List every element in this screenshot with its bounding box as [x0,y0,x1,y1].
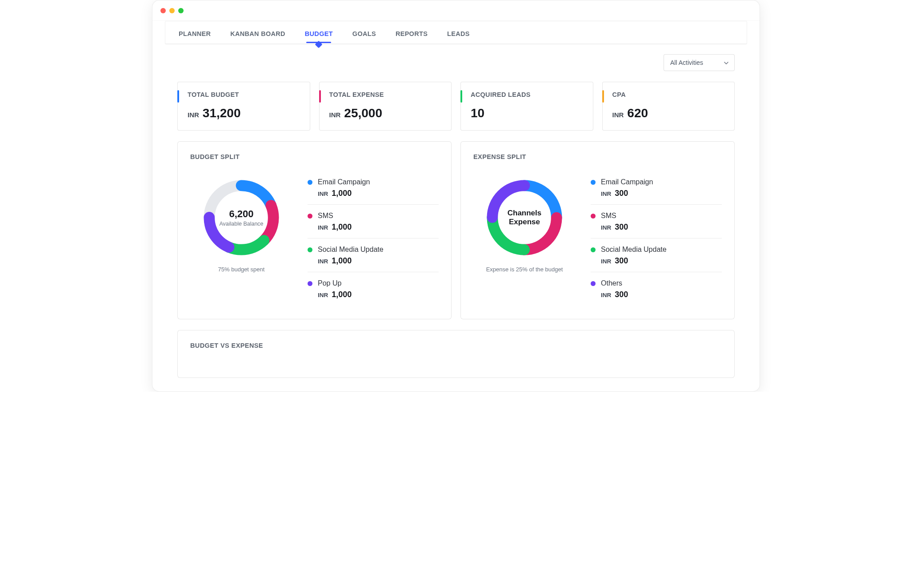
legend-value: 300 [615,222,628,232]
legend-value: 1,000 [332,189,352,198]
window-maximize-icon[interactable] [178,8,184,13]
legend-currency: INR [601,292,611,298]
legend-item: Social Media UpdateINR1,000 [308,243,439,272]
tabs-separator [165,44,747,44]
budget-split-center-label: Available Balance [219,221,263,227]
kpi-card-acquired-leads: ACQUIRED LEADS10 [460,82,593,131]
legend-swatch-icon [308,281,312,286]
kpi-value: INR25,000 [329,106,442,120]
expense-split-title: EXPENSE SPLIT [473,153,722,160]
kpi-row: TOTAL BUDGETINR31,200TOTAL EXPENSEINR25,… [177,82,735,131]
budget-vs-expense-title: BUDGET VS EXPENSE [190,342,722,349]
window-titlebar [152,0,760,21]
legend-swatch-icon [591,247,596,252]
budget-split-title: BUDGET SPLIT [190,153,439,160]
kpi-title: TOTAL BUDGET [188,91,300,98]
tab-content: All Activities TOTAL BUDGETINR31,200TOTA… [152,44,760,378]
legend-swatch-icon [591,180,596,185]
tab-leads[interactable]: LEADS [447,30,470,37]
legend-swatch-icon [308,180,312,185]
legend-currency: INR [601,191,611,197]
legend-name: Email Campaign [318,178,370,186]
legend-item: SMSINR300 [591,209,722,238]
kpi-currency: INR [188,111,199,119]
expense-split-donut: Channels Expense [482,175,567,260]
legend-swatch-icon [591,281,596,286]
expense-split-center-line1: Channels [508,209,542,218]
legend-currency: INR [601,224,611,231]
tab-planner[interactable]: PLANNER [179,30,211,37]
app-window: PLANNERKANBAN BOARDBUDGETGOALSREPORTSLEA… [152,0,760,392]
legend-swatch-icon [591,214,596,219]
kpi-title: CPA [612,91,725,98]
legend-name: Social Media Update [318,246,384,254]
legend-value: 300 [615,256,628,266]
legend-swatch-icon [308,247,312,252]
kpi-number: 620 [627,106,648,120]
kpi-currency: INR [329,111,341,119]
kpi-title: TOTAL EXPENSE [329,91,442,98]
window-minimize-icon[interactable] [169,8,175,13]
tabs: PLANNERKANBAN BOARDBUDGETGOALSREPORTSLEA… [165,21,747,44]
legend-name: Pop Up [318,279,341,287]
kpi-card-total-expense: TOTAL EXPENSEINR25,000 [319,82,452,131]
kpi-value: INR31,200 [188,106,300,120]
budget-split-center-value: 6,200 [229,208,253,220]
legend-name: Social Media Update [601,246,667,254]
budget-vs-expense-panel: BUDGET VS EXPENSE [177,330,735,378]
kpi-value: INR620 [612,106,725,120]
expense-split-chart-column: Channels Expense Expense is 25% of the b… [473,175,576,273]
legend-value: 300 [615,290,628,299]
legend-name: SMS [601,212,616,220]
kpi-card-total-budget: TOTAL BUDGETINR31,200 [177,82,310,131]
tab-goals[interactable]: GOALS [352,30,376,37]
tab-kanban-board[interactable]: KANBAN BOARD [230,30,285,37]
kpi-title: ACQUIRED LEADS [471,91,583,98]
kpi-value: 10 [471,106,583,120]
legend-currency: INR [318,224,328,231]
legend-name: Email Campaign [601,178,653,186]
budget-split-donut: 6,200 Available Balance [199,175,284,260]
budget-split-panel: BUDGET SPLIT 6,200 Available Balance 75%… [177,141,452,319]
activities-filter-label: All Activities [670,59,703,66]
budget-split-caption: 75% budget spent [218,266,265,273]
activities-filter-dropdown[interactable]: All Activities [664,54,735,71]
legend-currency: INR [601,258,611,265]
budget-split-legend: Email CampaignINR1,000SMSINR1,000Social … [308,175,439,306]
legend-item: Email CampaignINR300 [591,175,722,205]
budget-split-chart-column: 6,200 Available Balance 75% budget spent [190,175,292,273]
expense-split-panel: EXPENSE SPLIT Channels Expense Expense i… [460,141,735,319]
legend-value: 1,000 [332,256,352,266]
window-close-icon[interactable] [160,8,166,13]
kpi-number: 31,200 [203,106,241,120]
legend-name: Others [601,279,622,287]
kpi-card-cpa: CPAINR620 [602,82,735,131]
app-body: PLANNERKANBAN BOARDBUDGETGOALSREPORTSLEA… [152,21,760,391]
kpi-number: 25,000 [344,106,382,120]
kpi-number: 10 [471,106,484,120]
expense-split-legend: Email CampaignINR300SMSINR300Social Medi… [591,175,722,306]
kpi-currency: INR [612,111,624,119]
legend-item: OthersINR300 [591,277,722,306]
expense-split-center-line2: Expense [509,218,540,226]
filter-row: All Activities [177,54,735,71]
expense-split-caption: Expense is 25% of the budget [486,266,563,273]
legend-item: Pop UpINR1,000 [308,277,439,306]
legend-value: 300 [615,189,628,198]
legend-currency: INR [318,292,328,298]
legend-name: SMS [318,212,333,220]
legend-value: 1,000 [332,222,352,232]
chevron-down-icon [724,60,728,65]
legend-currency: INR [318,258,328,265]
legend-item: SMSINR1,000 [308,209,439,238]
tab-reports[interactable]: REPORTS [396,30,428,37]
legend-item: Email CampaignINR1,000 [308,175,439,205]
tab-budget[interactable]: BUDGET [305,30,333,37]
tabs-container: PLANNERKANBAN BOARDBUDGETGOALSREPORTSLEA… [165,21,747,44]
legend-value: 1,000 [332,290,352,299]
legend-currency: INR [318,191,328,197]
legend-item: Social Media UpdateINR300 [591,243,722,272]
split-row: BUDGET SPLIT 6,200 Available Balance 75%… [177,141,735,319]
legend-swatch-icon [308,214,312,219]
